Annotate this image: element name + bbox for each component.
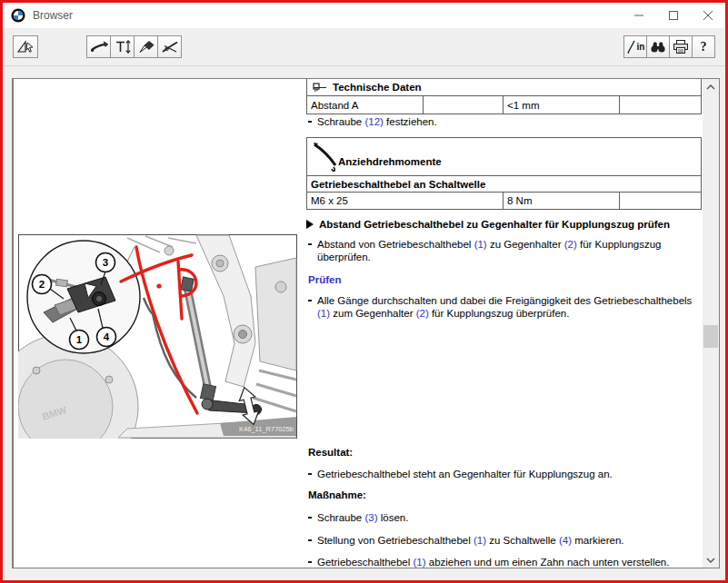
- part-ref-link[interactable]: (1): [474, 535, 486, 546]
- window-title: Browser: [33, 9, 73, 22]
- torque-table-subtitle: Getriebeschalthebel an Schaltwelle: [307, 176, 702, 193]
- torque-cell-bolt: M6 x 25: [307, 193, 504, 210]
- help-button[interactable]: ?: [692, 35, 715, 58]
- tech-cell-empty1: [424, 96, 504, 114]
- scroll-up-button[interactable]: [703, 79, 719, 94]
- step-check-distance: Abstand von Getriebeschalthebel (1) zu G…: [308, 239, 704, 263]
- adhesive-applicator-tool-button[interactable]: [134, 35, 158, 58]
- bullet-dash-icon: [308, 561, 312, 563]
- callout-4-label: 4: [104, 331, 110, 342]
- close-button[interactable]: [691, 3, 725, 28]
- bullet-dash-icon: [308, 243, 312, 245]
- text-segment: Getriebeschalthebel: [317, 557, 413, 568]
- torque-cell-value: 8 Nm: [504, 193, 620, 210]
- vertical-scrollbar[interactable]: [703, 79, 719, 568]
- bmw-logo-icon: [11, 8, 25, 23]
- bullet-dash-icon: [308, 121, 312, 123]
- utility-tool-group: in ?: [624, 35, 715, 58]
- text-height-tool-button[interactable]: [110, 35, 135, 58]
- toolbar: in ?: [3, 28, 725, 66]
- result-text-row: Getriebeschalthebel steht an Gegenhalter…: [308, 469, 704, 481]
- torque-table-title: Anziehdrehmomente: [338, 156, 442, 167]
- bullet-dash-icon: [308, 300, 312, 301]
- units-toggle-button[interactable]: in: [623, 35, 647, 58]
- minimize-icon: [634, 11, 643, 20]
- text-segment: Stellung von Getriebeschalthebel: [317, 535, 474, 546]
- bullet-dash-icon: [308, 539, 312, 541]
- massnahme-label: Maßnahme:: [308, 489, 366, 500]
- adhesive-applicator-icon: [137, 39, 155, 54]
- step-shift-gears: Alle Gänge durchschalten und dabei die F…: [308, 295, 704, 320]
- part-ref-link[interactable]: (3): [364, 512, 377, 523]
- tech-cell-empty2: [620, 96, 702, 114]
- browser-window: Browser: [0, 0, 728, 583]
- bullet-dash-icon: [308, 517, 312, 519]
- step-mark-position: Stellung von Getriebeschalthebel (1) zu …: [308, 535, 704, 548]
- step-tighten-screw: Schraube (12) festziehen.: [308, 116, 704, 129]
- text-segment: Schraube: [317, 512, 364, 523]
- maximize-button[interactable]: [656, 3, 691, 28]
- select-graphic-icon: [16, 39, 35, 54]
- figure-caption: K46_11_R77025b: [239, 425, 294, 433]
- binoculars-search-icon: [649, 39, 667, 54]
- minimize-button[interactable]: [622, 3, 656, 28]
- text-segment: zu Schaltwelle: [486, 535, 559, 546]
- units-inch-label: in: [637, 42, 645, 52]
- resultat-label: Resultat:: [308, 447, 353, 458]
- red-annotation-dot: [156, 283, 161, 288]
- step-text: Schraube (3) lösen.: [317, 512, 408, 525]
- select-graphic-button[interactable]: [13, 35, 38, 58]
- maximize-icon: [669, 11, 678, 20]
- scrollbar-thumb[interactable]: [703, 325, 718, 348]
- text-segment: zum Gegenhalter: [330, 308, 416, 319]
- text-segment: für Kupplungszug überprüfen.: [429, 308, 570, 319]
- step-loosen-screw: Schraube (3) lösen.: [308, 512, 704, 525]
- part-ref-link[interactable]: (1): [474, 239, 487, 250]
- find-button[interactable]: [646, 35, 670, 58]
- callout-1-label: 1: [76, 334, 83, 345]
- technical-data-table: Technische Daten Abstand A <1 mm: [306, 78, 702, 114]
- section-heading-text: Abstand Getriebeschalthebel zu Gegenhalt…: [319, 219, 670, 230]
- step-text: Schraube (12) festziehen.: [317, 116, 437, 129]
- text-height-icon: [114, 39, 132, 54]
- special-tool-button[interactable]: [157, 35, 182, 58]
- help-icon: ?: [701, 40, 707, 54]
- section-heading: Abstand Getriebeschalthebel zu Gegenhalt…: [306, 219, 670, 230]
- gearshift-lever-figure: BMW: [18, 234, 297, 439]
- text-segment: Getriebeschalthebel steht an Gegenhalter…: [317, 469, 613, 479]
- text-segment: festziehen.: [384, 116, 437, 127]
- part-ref-link[interactable]: (1): [413, 557, 425, 568]
- chevron-down-icon: [706, 558, 715, 563]
- part-ref-link[interactable]: (2): [564, 239, 577, 250]
- callout-2-label: 2: [39, 279, 45, 290]
- tech-cell-value: <1 mm: [504, 96, 620, 114]
- part-ref-link[interactable]: (4): [559, 535, 572, 546]
- annotation-tool-group: [87, 35, 182, 58]
- close-icon: [703, 11, 713, 20]
- text-segment: abziehen und um einen Zahn nach unten ve…: [426, 557, 670, 568]
- torque-table: Anziehdrehmomente Getriebeschalthebel an…: [306, 137, 702, 210]
- print-button[interactable]: [669, 35, 693, 58]
- callout-3-label: 3: [103, 257, 108, 268]
- part-ref-link[interactable]: (1): [317, 308, 330, 319]
- part-ref-link[interactable]: (2): [416, 308, 429, 319]
- bullet-dash-icon: [308, 473, 312, 475]
- torque-wrench-icon: [90, 39, 108, 54]
- technical-data-title: Technische Daten: [333, 82, 422, 93]
- text-segment: Schraube: [317, 116, 364, 127]
- part-ref-link[interactable]: (12): [364, 116, 383, 127]
- step-pull-off-lever: Getriebeschalthebel (1) abziehen und um …: [308, 557, 704, 568]
- step-text: Abstand von Getriebeschalthebel (1) zu G…: [317, 239, 704, 263]
- step-text: Getriebeschalthebel (1) abziehen und um …: [317, 557, 669, 568]
- torque-wrench-tool-button[interactable]: [86, 35, 111, 58]
- heading-arrow-icon: [306, 220, 314, 229]
- scroll-down-button[interactable]: [703, 552, 719, 568]
- pruefen-label: Prüfen: [308, 274, 341, 285]
- text-segment: Alle Gänge durchschalten und dabei die F…: [317, 295, 692, 306]
- caliper-icon: [313, 83, 327, 93]
- step-text: Alle Gänge durchschalten und dabei die F…: [317, 295, 704, 320]
- text-segment: zu Gegenhalter: [487, 239, 564, 250]
- step-text: Stellung von Getriebeschalthebel (1) zu …: [317, 535, 624, 548]
- title-bar: Browser: [3, 3, 725, 28]
- text-segment: markieren.: [572, 535, 624, 546]
